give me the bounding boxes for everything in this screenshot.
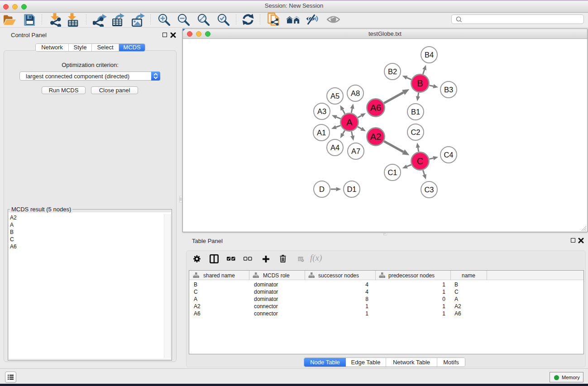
svg-text:B2: B2 (388, 67, 397, 76)
svg-text:C3: C3 (424, 186, 434, 194)
svg-text:B4: B4 (425, 51, 434, 59)
svg-text:A6: A6 (370, 103, 381, 113)
svg-text:A7: A7 (351, 147, 360, 155)
svg-text:D1: D1 (347, 185, 356, 193)
svg-text:A: A (346, 117, 353, 127)
svg-text:C2: C2 (411, 128, 420, 136)
svg-text:A5: A5 (330, 92, 339, 100)
svg-text:A1: A1 (317, 129, 326, 137)
svg-text:C: C (417, 156, 423, 166)
svg-text:C1: C1 (387, 168, 397, 176)
svg-text:A8: A8 (351, 89, 360, 97)
svg-text:A2: A2 (370, 132, 381, 142)
svg-text:B: B (417, 78, 423, 88)
svg-text:B3: B3 (444, 86, 453, 94)
svg-text:A3: A3 (317, 107, 326, 115)
svg-text:B1: B1 (411, 108, 420, 116)
svg-text:D: D (319, 185, 325, 193)
svg-text:A4: A4 (330, 143, 339, 152)
svg-text:C4: C4 (444, 151, 453, 159)
